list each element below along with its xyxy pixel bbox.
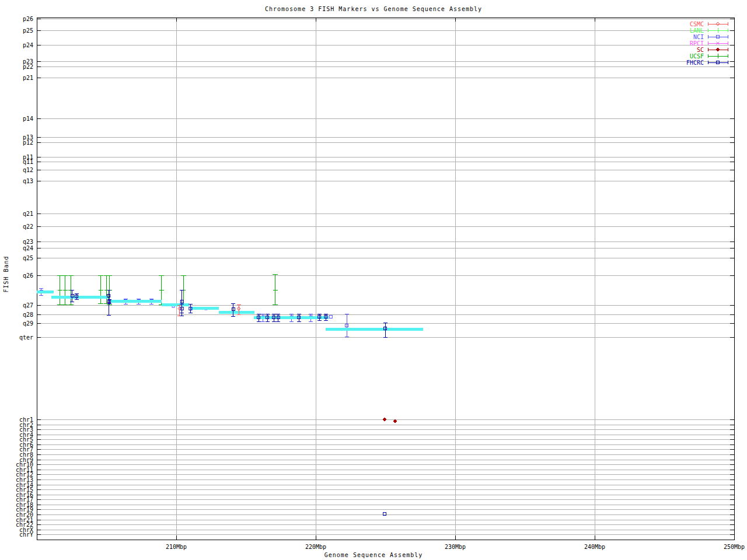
data-point [107,299,111,303]
x-tick-label: 240Mbp [584,544,605,550]
fish-marker-plot: Chromosome 3 FISH Markers vs Genome Sequ… [0,0,747,560]
legend-label: RPCI [690,40,704,47]
marker-diamond-filled [383,418,386,421]
legend-label: SC [697,47,704,53]
data-point [329,316,332,318]
legend-label: FHCRC [686,60,704,66]
y-tick-label: p21 [23,75,33,81]
legend-label: LANL [690,27,704,34]
y-tick-label: q21 [23,211,33,217]
series-nci [39,288,348,337]
y-tick-label: q11 [23,159,33,165]
y-tick-label: q29 [23,320,33,327]
y-tick-label: chrY [19,531,33,538]
marker-square [329,316,332,318]
legend-entry-rpci: RPCI [690,40,728,47]
data-point [324,314,328,320]
series-ucsf [57,274,278,304]
data-point [57,275,62,304]
legend-entry-csmc: CSMC [690,21,728,27]
y-tick-label: p24 [23,42,33,48]
y-tick-label: p25 [23,27,33,34]
data-point [266,314,270,321]
series-fhcrc [70,290,387,516]
legend-label: NCI [693,34,704,40]
legend-label: UCSF [690,53,704,60]
x-tick-label: 220Mbp [305,544,326,550]
data-point [257,314,261,321]
legend-entry-fhcrc: FHCRC [686,60,728,66]
series-sc [383,418,397,423]
data-point [393,419,397,423]
y-tick-label: p26 [23,16,33,22]
y-tick-label: p14 [23,116,33,122]
marker-diamond-filled [393,419,397,423]
data-point [272,314,276,321]
data-point [345,314,349,337]
data-point [317,314,322,320]
y-tick-label: p22 [23,64,33,70]
y-tick-label: q13 [23,178,33,184]
y-tick-label: q26 [23,272,33,279]
legend-label: CSMC [690,21,704,27]
data-point [273,274,278,304]
y-tick-label: qter [19,334,33,341]
y-tick-label: q24 [23,245,33,251]
data-point [383,323,388,337]
data-point [383,418,386,421]
x-tick-label: 250Mbp [724,544,745,550]
y-tick-label: q22 [23,223,33,230]
y-tick-label: q28 [23,312,33,318]
y-tick-label: p12 [23,139,33,146]
data-point [276,314,280,321]
data-point [98,275,103,303]
legend: CSMCLANLNCIRPCISCUCSFFHCRC [686,21,728,66]
y-tick-label: q25 [23,255,33,261]
y-tick-label: q12 [23,167,33,173]
data-point [62,275,68,304]
legend-entry-nci: NCI [693,34,728,40]
legend-entry-ucsf: UCSF [690,53,728,60]
legend-entry-lanl: LANL [690,27,728,34]
plot-canvas: p26p25p24p23p22p21p14p13p12p11q11q12q13q… [0,0,747,560]
data-point [297,314,301,321]
plot-border [37,18,734,540]
gridlines [37,18,734,540]
x-tick-label: 210Mbp [166,544,187,550]
y-tick-label: q23 [23,239,33,245]
marker-diamond-filled [716,48,720,51]
data-point [383,513,386,516]
tick-labels: p26p25p24p23p22p21p14p13p12p11q11q12q13q… [16,16,745,551]
marker-square [383,513,386,516]
y-tick-label: q27 [23,302,33,309]
axes [37,18,734,540]
legend-entry-sc: SC [697,47,728,53]
x-tick-label: 230Mbp [445,544,466,550]
